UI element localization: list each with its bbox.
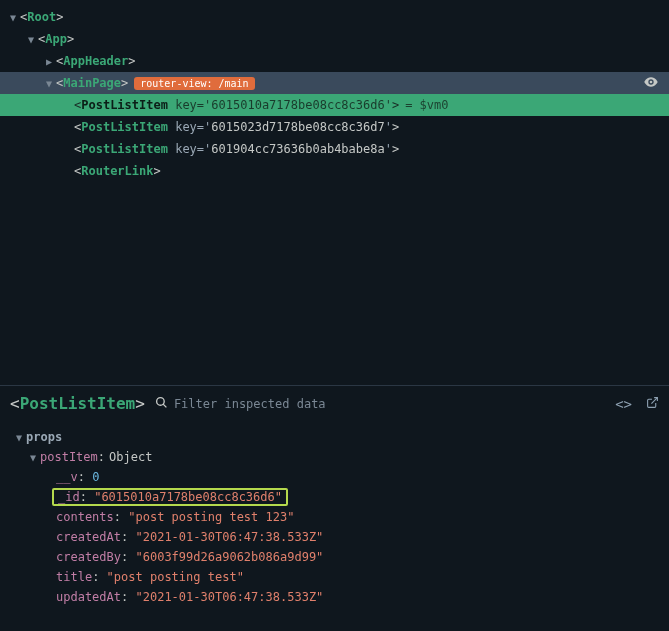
tree-node-routerlink[interactable]: ▶ <RouterLink>: [0, 160, 669, 182]
attr-name: key: [175, 142, 197, 156]
prop-createdat[interactable]: createdAt: "2021-01-30T06:47:38.533Z": [14, 527, 659, 547]
component-tag: PostListItem: [81, 142, 168, 156]
component-tag: MainPage: [63, 76, 121, 90]
prop-postitem[interactable]: ▼ postItem: Object: [14, 447, 659, 467]
prop-createdby[interactable]: createdBy: "6003f99d26a9062b086a9d99": [14, 547, 659, 567]
tree-node-appheader[interactable]: ▶ <AppHeader>: [0, 50, 669, 72]
attr-name: key: [175, 98, 197, 112]
selected-component-title: <PostListItem>: [10, 394, 145, 413]
router-view-badge: router-view: /main: [134, 77, 254, 90]
attr-value: 6015010a7178be08cc8c36d6: [211, 98, 384, 112]
bracket-open: <: [20, 10, 27, 24]
tree-node-postlistitem[interactable]: ▶ <PostListItem key='6015023d7178be08cc8…: [0, 116, 669, 138]
tree-node-app[interactable]: ▼ <App>: [0, 28, 669, 50]
collapse-arrow-icon[interactable]: ▼: [26, 34, 36, 45]
collapse-arrow-icon[interactable]: ▼: [14, 432, 24, 443]
component-tag: App: [45, 32, 67, 46]
inspector-header: <PostListItem> <>: [0, 386, 669, 421]
component-tree: ▼ <Root> ▼ <App> ▶ <AppHeader> ▼ <MainPa…: [0, 0, 669, 385]
highlight-box: _id: "6015010a7178be08cc8c36d6": [52, 488, 288, 506]
tree-node-mainpage[interactable]: ▼ <MainPage> router-view: /main: [0, 72, 669, 94]
prop-title[interactable]: title: "post posting test": [14, 567, 659, 587]
expand-arrow-icon[interactable]: ▶: [44, 56, 54, 67]
open-editor-icon[interactable]: <>: [615, 396, 632, 412]
attr-value: 601904cc73636b0ab4babe8a: [211, 142, 384, 156]
attr-value: 6015023d7178be08cc8c36d7: [211, 120, 384, 134]
collapse-arrow-icon[interactable]: ▼: [44, 78, 54, 89]
prop-updatedat[interactable]: updatedAt: "2021-01-30T06:47:38.533Z": [14, 587, 659, 607]
props-body: ▼ props ▼ postItem: Object __v: 0 _id: "…: [0, 421, 669, 631]
component-tag: PostListItem: [81, 120, 168, 134]
inspector-panel: <PostListItem> <> ▼ props ▼ postItem: Ob…: [0, 385, 669, 631]
prop-contents[interactable]: contents: "post posting test 123": [14, 507, 659, 527]
svg-line-2: [651, 397, 657, 403]
prop-v[interactable]: __v: 0: [14, 467, 659, 487]
svg-line-1: [163, 404, 166, 407]
collapse-arrow-icon[interactable]: ▼: [28, 452, 38, 463]
open-external-icon[interactable]: [646, 396, 659, 412]
collapse-arrow-icon[interactable]: ▼: [8, 12, 18, 23]
filter-input[interactable]: [174, 397, 374, 411]
attr-name: key: [175, 120, 197, 134]
bracket-close: >: [56, 10, 63, 24]
tree-node-postlistitem-selected[interactable]: ▶ <PostListItem key='6015010a7178be08cc8…: [0, 94, 669, 116]
component-tag: Root: [27, 10, 56, 24]
component-tag: AppHeader: [63, 54, 128, 68]
component-tag: PostListItem: [81, 98, 168, 112]
component-tag: RouterLink: [81, 164, 153, 178]
prop-id-highlighted[interactable]: _id: "6015010a7178be08cc8c36d6": [14, 487, 659, 507]
search-icon[interactable]: [155, 396, 168, 412]
eye-icon[interactable]: [643, 74, 659, 93]
svg-point-0: [157, 397, 165, 405]
tree-node-postlistitem[interactable]: ▶ <PostListItem key='601904cc73636b0ab4b…: [0, 138, 669, 160]
vm-reference: = $vm0: [405, 98, 448, 112]
props-section[interactable]: ▼ props: [14, 427, 659, 447]
tree-node-root[interactable]: ▼ <Root>: [0, 6, 669, 28]
